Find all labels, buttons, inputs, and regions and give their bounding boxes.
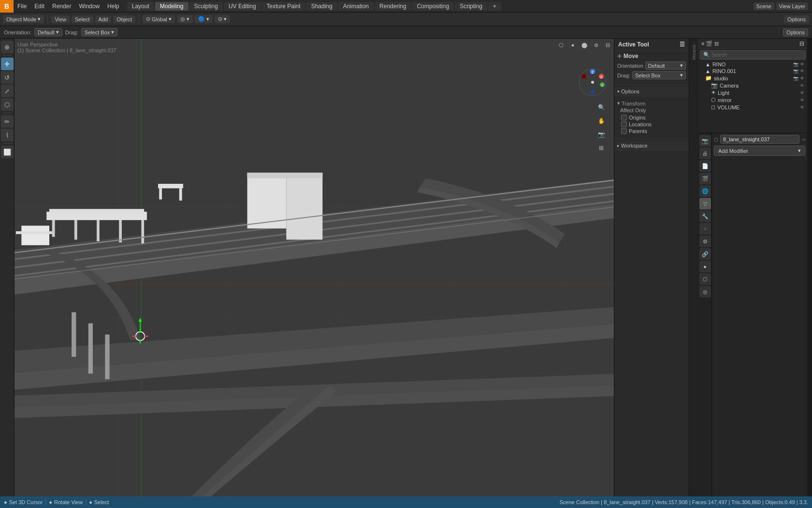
locations-label: Locations [629, 121, 652, 127]
parents-checkbox[interactable] [621, 128, 627, 134]
view-layer-selector[interactable]: View Layer [776, 2, 808, 10]
options-dropdown[interactable]: Options [783, 29, 808, 36]
options-collapsible[interactable]: ▾ Options [614, 87, 689, 96]
svg-rect-28 [52, 220, 55, 237]
outliner-search-box[interactable]: 🔍 Search [700, 50, 806, 60]
tab-rendering[interactable]: Rendering [375, 2, 411, 11]
drag-field-dropdown[interactable]: Select Box ▾ [632, 71, 686, 79]
tab-animation[interactable]: Animation [338, 2, 374, 11]
outliner-item-camera[interactable]: 📷 Camera 👁 [698, 82, 807, 89]
outliner-item-volume[interactable]: ◻ VOLUME 👁 [698, 104, 807, 111]
viewport-controls: ⬡ ● ⬤ ⊚ ⊟ [555, 39, 614, 51]
tab-sculpting[interactable]: Sculpting [189, 2, 223, 11]
viewport-3d[interactable]: User Perspective (1) Scene Collection | … [14, 39, 614, 496]
object-menu[interactable]: Object [113, 15, 135, 23]
viewport-overlay[interactable]: ⊚ [591, 40, 601, 50]
origins-checkbox[interactable] [621, 115, 627, 120]
orientation-selector[interactable]: ⊙ Global ▾ [143, 15, 175, 23]
proportional-toggle[interactable]: ⊙ ▾ [215, 15, 230, 23]
tab-add[interactable]: + [488, 2, 501, 11]
scene-selector[interactable]: Scene [754, 2, 774, 10]
extra-props-icon1[interactable]: ⬡ [699, 273, 711, 285]
object-props-icon[interactable]: ▽ [699, 198, 711, 209]
menu-file[interactable]: File [14, 2, 30, 11]
add-cube-tool[interactable]: ⬜ [1, 146, 14, 158]
output-props-icon[interactable]: 🖨 [699, 148, 711, 159]
constraint-props-icon[interactable]: 🔗 [699, 248, 711, 260]
tab-uv-editing[interactable]: UV Editing [224, 2, 261, 11]
app-logo: B [0, 0, 14, 13]
drag-dropdown[interactable]: Select Box ▾ [81, 28, 118, 36]
viewport-shading-render[interactable]: ⬤ [579, 40, 590, 50]
object-name-field[interactable]: 8_lane_straight.037 [720, 135, 799, 144]
properties-panel: 📷 🖨 📄 🎬 🌐 ▽ 🔧 ⁘ ⚙ 🔗 ● ⬡ ◎ [698, 133, 807, 496]
transform-label: Transform [622, 101, 646, 106]
tab-modeling[interactable]: Modeling [155, 2, 188, 11]
cursor-tool[interactable]: ⊕ [1, 41, 14, 53]
studio-name: studio [714, 75, 728, 81]
left-sep2 [2, 113, 12, 113]
view-layer-props-icon[interactable]: 📄 [699, 160, 711, 172]
annotate-tool[interactable]: ✏ [1, 115, 14, 128]
svg-rect-24 [286, 173, 322, 239]
properties-inner: 📷 🖨 📄 🎬 🌐 ▽ 🔧 ⁘ ⚙ 🔗 ● ⬡ ◎ [698, 133, 807, 496]
camera-item-icons: 👁 [800, 83, 804, 88]
outliner-item-rino[interactable]: ▲ RINO 📷 👁 [698, 61, 807, 68]
menu-render[interactable]: Render [48, 2, 75, 11]
viewport-xray[interactable]: ⊟ [602, 40, 613, 50]
outliner-item-studio[interactable]: 📁 studio 📷 👁 [698, 75, 807, 82]
pivot-selector[interactable]: ◎ ▾ [177, 15, 193, 23]
tab-layout[interactable]: Layout [127, 2, 154, 11]
orientation-field-dropdown[interactable]: Default ▾ [645, 61, 686, 70]
hand-btn[interactable]: ✋ [595, 115, 607, 127]
physics-props-icon[interactable]: ⚙ [699, 236, 711, 247]
scene-props-icon[interactable]: 🎬 [699, 173, 711, 184]
proportional-icon: ⊙ [218, 16, 222, 22]
navigation-gizmo[interactable]: X Y Z [578, 68, 607, 97]
grid-btn[interactable]: ⊞ [595, 142, 607, 154]
rotate-tool[interactable]: ↺ [1, 71, 14, 84]
render-props-icon[interactable]: 📷 [699, 135, 711, 147]
extra-props-icon2[interactable]: ◎ [699, 286, 711, 298]
locations-checkbox[interactable] [621, 121, 627, 127]
outliner-item-rino001[interactable]: ▲ RINO.001 📷 👁 [698, 68, 807, 75]
move-tool[interactable]: ✛ [1, 58, 14, 70]
menu-window[interactable]: Window [75, 2, 103, 11]
outliner-filter-icon[interactable]: ⊟ [799, 40, 804, 47]
svg-point-60 [591, 81, 594, 84]
rino001-item-icons: 📷 👁 [793, 69, 804, 74]
particles-props-icon[interactable]: ⁘ [699, 223, 711, 235]
viewport-shading-solid[interactable]: ⬡ [556, 40, 566, 50]
tab-scripting[interactable]: Scripting [455, 2, 487, 11]
viewport-shading-material[interactable]: ● [567, 40, 578, 50]
measure-tool[interactable]: ⌇ [1, 129, 14, 141]
select-menu[interactable]: Select [72, 15, 93, 23]
transform-tool[interactable]: ⬡ [1, 98, 14, 111]
tab-shading[interactable]: Shading [306, 2, 337, 11]
world-props-icon[interactable]: 🌐 [699, 185, 711, 197]
add-menu[interactable]: Add [95, 15, 112, 23]
modifier-props-icon[interactable]: 🔧 [699, 210, 711, 222]
zoom-in-btn[interactable]: 🔍 [595, 102, 607, 113]
camera-view-btn[interactable]: 📷 [595, 129, 607, 140]
menu-help[interactable]: Help [103, 2, 123, 11]
scale-tool[interactable]: ⤢ [1, 85, 14, 97]
outliner-item-light[interactable]: ☀ Light 👁 [698, 89, 807, 96]
outliner-item-mirror[interactable]: ⬡ mirror 👁 [698, 96, 807, 104]
workspace-tabs: Layout Modeling Sculpting UV Editing Tex… [127, 2, 501, 11]
snap-toggle[interactable]: 🔵 ▾ [195, 15, 213, 23]
material-props-icon[interactable]: ● [699, 261, 711, 272]
mode-selector[interactable]: Object Mode ▾ [3, 15, 44, 23]
tab-texture-paint[interactable]: Texture Paint [262, 2, 305, 11]
object-name-value: 8_lane_straight.037 [723, 136, 770, 142]
view-menu[interactable]: View [51, 15, 70, 23]
add-modifier-button[interactable]: Add Modifier ▾ [714, 146, 805, 156]
workspace-collapsible[interactable]: ▸ Workspace [614, 141, 689, 150]
options-button[interactable]: Options [784, 15, 809, 23]
parents-checkbox-row: Parents [617, 128, 686, 134]
orientation-dropdown[interactable]: Default ▾ [34, 28, 62, 36]
tab-compositing[interactable]: Compositing [412, 2, 454, 11]
menu-edit[interactable]: Edit [30, 2, 48, 11]
svg-text:X: X [600, 75, 603, 79]
mirror-icon: ⬡ [711, 97, 716, 103]
